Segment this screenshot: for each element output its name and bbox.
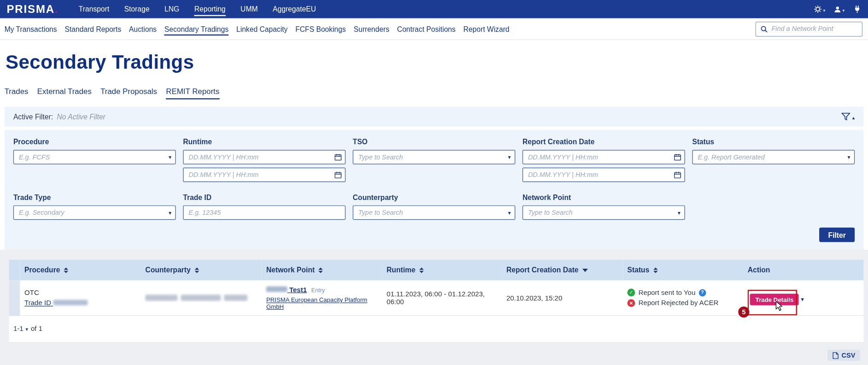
filter-collapse-toggle[interactable] — [842, 112, 855, 122]
trade-id-label: Trade ID — [183, 193, 345, 201]
runtime-label: Runtime — [183, 138, 345, 146]
nav-transport[interactable]: Transport — [79, 0, 109, 18]
prisma-logo[interactable]: PRISMA. — [6, 3, 58, 16]
nav-aggregateeu[interactable]: AggregateEU — [273, 0, 316, 18]
trade-type-select-wrap — [13, 206, 176, 220]
tso-select[interactable] — [353, 150, 515, 164]
subnav-secondary-tradings[interactable]: Secondary Tradings — [164, 18, 228, 40]
col-header-status[interactable]: Status — [623, 260, 743, 281]
chevron-down-icon — [843, 4, 845, 14]
calendar-icon[interactable] — [334, 171, 342, 179]
procedure-label: Procedure — [13, 138, 176, 146]
report-creation-date-inputs — [523, 150, 685, 182]
filter-grid-spacer — [692, 193, 855, 220]
nav-reporting[interactable]: Reporting — [194, 0, 226, 18]
chevron-down-icon[interactable] — [508, 207, 511, 217]
settings-gear-icon[interactable] — [814, 4, 825, 14]
procedure-select[interactable] — [13, 150, 176, 164]
page-tabs: Trades External Trades Trade Proposals R… — [5, 87, 868, 100]
counterparty-select[interactable] — [353, 206, 515, 220]
col-header-procedure[interactable]: Procedure — [20, 260, 141, 281]
calendar-icon[interactable] — [334, 153, 342, 161]
filter-form-panel: Procedure Runtime — [5, 130, 864, 250]
filter-field-trade-type: Trade Type — [13, 193, 176, 220]
filter-field-report-creation-date: Report Creation Date — [523, 138, 685, 182]
trade-id-link[interactable]: Trade ID — [24, 299, 136, 307]
rcd-from-input[interactable] — [523, 150, 685, 164]
annotation-step-badge: 5 — [738, 306, 749, 318]
counterparty-select-wrap — [353, 206, 515, 220]
operator-link[interactable]: PRISMA European Capacity Platform GmbH — [266, 296, 378, 310]
runtime-to-input[interactable] — [183, 168, 345, 182]
sort-icon[interactable] — [194, 267, 199, 273]
sort-icon[interactable] — [64, 267, 69, 273]
file-document-icon — [833, 352, 839, 359]
info-icon[interactable] — [699, 289, 706, 296]
person-icon — [833, 5, 841, 13]
network-point-link[interactable]: Test1 — [266, 286, 307, 294]
subnav-standard-reports[interactable]: Standard Reports — [65, 18, 122, 40]
filter-field-runtime: Runtime — [183, 138, 345, 182]
calendar-icon[interactable] — [674, 153, 681, 161]
network-point-select[interactable] — [523, 206, 685, 220]
connection-plug-icon[interactable] — [853, 5, 862, 13]
chevron-down-icon[interactable] — [169, 151, 171, 161]
subnav-linked-capacity[interactable]: Linked Capacity — [236, 18, 287, 40]
reporting-subnav: My Transactions Standard Reports Auction… — [5, 18, 510, 40]
status-label: Status — [692, 138, 855, 146]
funnel-filter-icon — [842, 113, 851, 121]
nav-umm[interactable]: UMM — [240, 0, 257, 18]
subnav-report-wizard[interactable]: Report Wizard — [463, 18, 509, 40]
nav-storage[interactable]: Storage — [124, 0, 150, 18]
trade-type-select[interactable] — [13, 206, 176, 220]
col-header-runtime[interactable]: Runtime — [382, 260, 502, 281]
tab-external-trades[interactable]: External Trades — [37, 87, 92, 100]
subnav-contract-positions[interactable]: Contract Positions — [397, 18, 455, 40]
col-header-counterparty[interactable]: Counterparty — [141, 260, 262, 281]
filter-field-trade-id: Trade ID — [183, 193, 345, 220]
chevron-down-icon[interactable] — [678, 207, 681, 217]
subnav-my-transactions[interactable]: My Transactions — [5, 18, 57, 40]
nav-lng[interactable]: LNG — [164, 0, 179, 18]
user-account-icon[interactable] — [833, 4, 845, 14]
page-range-dropdown[interactable]: 1-1 — [13, 325, 28, 333]
trade-id-input-wrap — [183, 206, 345, 220]
csv-export-button[interactable]: CSV — [827, 350, 860, 361]
subnav-fcfs-bookings[interactable]: FCFS Bookings — [295, 18, 346, 40]
action-dropdown-caret[interactable] — [801, 295, 804, 303]
col-label: Action — [748, 266, 770, 274]
pagination-bar: 1-1 of 1 — [9, 316, 863, 342]
rcd-to-input[interactable] — [523, 168, 685, 182]
runtime-from-input[interactable] — [183, 150, 345, 164]
col-header-network-point[interactable]: Network Point — [262, 260, 382, 281]
filter-field-counterparty: Counterparty — [353, 193, 515, 220]
search-input[interactable] — [771, 25, 857, 33]
procedure-cell: OTC Trade ID — [20, 280, 141, 316]
subnav-surrenders[interactable]: Surrenders — [354, 18, 389, 40]
sort-desc-icon[interactable] — [583, 268, 588, 271]
tab-trades[interactable]: Trades — [5, 87, 29, 100]
report-creation-date-cell: 20.10.2023, 15:20 — [502, 280, 623, 316]
chevron-down-icon[interactable] — [508, 151, 511, 161]
trade-id-input[interactable] — [183, 206, 345, 220]
report-creation-date-value: 20.10.2023, 15:20 — [507, 294, 618, 302]
col-header-report-creation-date[interactable]: Report Creation Date — [502, 260, 623, 281]
top-nav-utilities — [814, 4, 862, 14]
rcd-from-wrap — [523, 150, 685, 164]
filter-button[interactable]: Filter — [819, 228, 855, 242]
status-select[interactable] — [692, 150, 855, 164]
tab-trade-proposals[interactable]: Trade Proposals — [100, 87, 157, 100]
subnav-auctions[interactable]: Auctions — [129, 18, 157, 40]
sort-icon[interactable] — [419, 267, 424, 273]
chevron-down-icon[interactable] — [169, 207, 171, 217]
sort-icon[interactable] — [319, 267, 323, 273]
network-point-search[interactable] — [756, 21, 862, 36]
trade-details-button[interactable]: Trade Details — [750, 294, 799, 305]
tab-remit-reports[interactable]: REMIT Reports — [166, 87, 220, 100]
network-point-cell: Test1 Entry PRISMA European Capacity Pla… — [262, 280, 382, 316]
page-total: of 1 — [31, 325, 42, 333]
sort-icon[interactable] — [653, 267, 658, 273]
calendar-icon[interactable] — [674, 171, 681, 179]
chevron-down-icon[interactable] — [847, 151, 850, 161]
filter-grid: Procedure Runtime — [13, 138, 855, 220]
